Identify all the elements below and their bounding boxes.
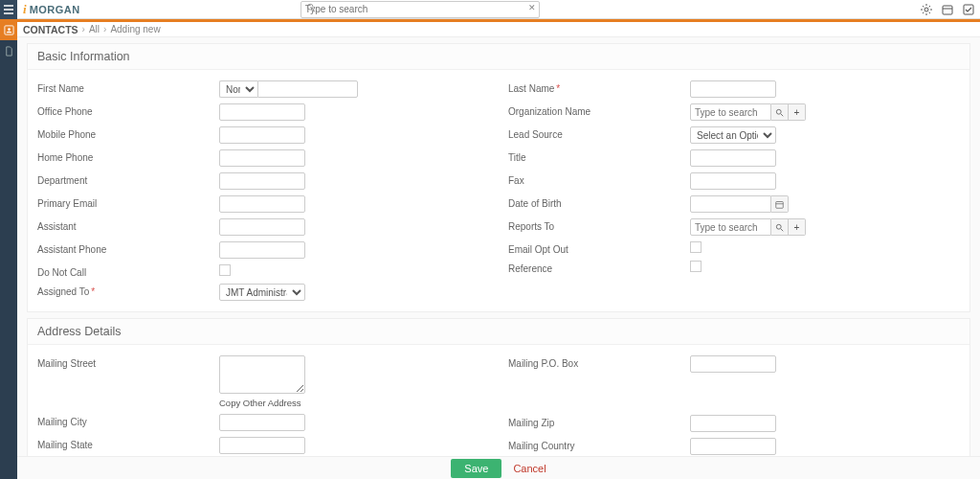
reports-to-input[interactable] [690, 218, 771, 236]
main: i MORGAN ✕ [17, 0, 980, 479]
reference-checkbox[interactable] [690, 261, 702, 272]
mailing-state-label: Mailing State [28, 437, 219, 450]
lead-source-label: Lead Source [499, 126, 690, 140]
basic-info-title: Basic Information [28, 44, 969, 70]
office-phone-label: Office Phone [28, 103, 219, 117]
cancel-button[interactable]: Cancel [513, 463, 546, 474]
title-input[interactable] [690, 149, 776, 167]
home-phone-label: Home Phone [28, 149, 219, 163]
address-title: Address Details [28, 319, 969, 345]
org-add-button[interactable]: + [789, 103, 806, 121]
first-name-input[interactable] [257, 80, 358, 98]
gear-icon[interactable] [921, 4, 932, 15]
mailing-city-input[interactable] [219, 414, 305, 431]
calendar-icon[interactable] [942, 4, 953, 15]
assistant-input[interactable] [219, 218, 305, 236]
chevron-right-icon: › [103, 24, 106, 34]
mobile-phone-input[interactable] [219, 126, 305, 144]
primary-email-label: Primary Email [28, 195, 219, 209]
logo: i MORGAN [23, 2, 80, 17]
assistant-phone-label: Assistant Phone [28, 241, 219, 255]
search-input[interactable] [301, 1, 540, 18]
org-search-button[interactable] [771, 103, 789, 121]
assistant-label: Assistant [28, 218, 219, 232]
reference-label: Reference [499, 261, 690, 274]
form-footer: Save Cancel [17, 456, 980, 479]
svg-point-1 [8, 28, 11, 31]
mailing-country-input[interactable] [690, 438, 776, 455]
chevron-right-icon: › [82, 24, 85, 34]
assistant-phone-input[interactable] [219, 241, 305, 259]
mobile-phone-label: Mobile Phone [28, 126, 219, 140]
basic-info-block: Basic Information First Name None Office… [27, 43, 970, 312]
topbar-actions [921, 4, 974, 15]
mailing-state-input[interactable] [219, 437, 305, 454]
copy-other-address-link[interactable]: Copy Other Address [219, 398, 301, 408]
last-name-label: Last Name* [499, 80, 690, 94]
svg-point-8 [776, 224, 781, 229]
do-not-call-label: Do Not Call [28, 264, 219, 278]
assigned-to-select[interactable]: JMT Administrator [219, 284, 305, 301]
salutation-select[interactable]: None [219, 80, 257, 98]
first-name-label: First Name [28, 80, 219, 94]
dob-calendar-button[interactable] [771, 195, 789, 213]
dob-label: Date of Birth [499, 195, 690, 209]
clear-icon[interactable]: ✕ [528, 3, 536, 12]
org-name-label: Organization Name [499, 103, 690, 117]
svg-rect-7 [776, 201, 784, 208]
lead-source-select[interactable]: Select an Option [690, 126, 776, 144]
save-button[interactable]: Save [451, 459, 501, 478]
do-not-call-checkbox[interactable] [219, 264, 231, 276]
svg-rect-4 [943, 6, 952, 14]
sidebar-item-contacts[interactable] [0, 19, 17, 40]
office-phone-input[interactable] [219, 103, 305, 121]
sidebar-item-documents[interactable] [0, 40, 17, 61]
assigned-to-label: Assigned To* [28, 284, 219, 297]
mailing-po-input[interactable] [690, 355, 776, 373]
logo-prefix: i [23, 2, 27, 17]
mailing-zip-input[interactable] [690, 415, 776, 432]
svg-point-2 [307, 4, 313, 10]
fax-input[interactable] [690, 172, 776, 190]
department-label: Department [28, 172, 219, 186]
org-name-input[interactable] [690, 103, 771, 121]
dob-input[interactable] [690, 195, 771, 213]
reports-to-add-button[interactable]: + [789, 218, 806, 236]
primary-email-input[interactable] [219, 195, 305, 213]
breadcrumb-level2: Adding new [110, 24, 160, 34]
fax-label: Fax [499, 172, 690, 186]
menu-toggle[interactable] [0, 0, 17, 19]
email-opt-out-label: Email Opt Out [499, 241, 690, 255]
topbar: i MORGAN ✕ [17, 0, 980, 19]
svg-point-6 [776, 109, 781, 114]
svg-rect-5 [964, 5, 973, 14]
title-label: Title [499, 149, 690, 163]
home-phone-input[interactable] [219, 149, 305, 167]
mailing-street-input[interactable] [219, 355, 305, 394]
mailing-city-label: Mailing City [28, 414, 219, 427]
sidebar [0, 0, 17, 479]
breadcrumb-level1[interactable]: All [89, 24, 100, 34]
content: Basic Information First Name None Office… [17, 37, 980, 479]
global-search: ✕ [301, 1, 540, 18]
logo-text: MORGAN [30, 4, 80, 15]
mailing-country-label: Mailing Country [499, 438, 690, 451]
mailing-street-label: Mailing Street [28, 355, 219, 369]
last-name-input[interactable] [690, 80, 776, 98]
svg-point-3 [924, 8, 928, 11]
address-block: Address Details Mailing Street Copy Othe… [27, 318, 970, 467]
mailing-zip-label: Mailing Zip [499, 415, 690, 428]
breadcrumb-module[interactable]: CONTACTS [23, 24, 78, 35]
reports-to-search-button[interactable] [771, 218, 789, 236]
search-icon [306, 3, 316, 12]
breadcrumb: CONTACTS › All › Adding new [17, 22, 980, 37]
department-input[interactable] [219, 172, 305, 190]
app-root: i MORGAN ✕ [0, 0, 980, 479]
mailing-po-label: Mailing P.O. Box [499, 355, 690, 369]
task-icon[interactable] [963, 4, 974, 15]
reports-to-label: Reports To [499, 218, 690, 232]
email-opt-out-checkbox[interactable] [690, 241, 702, 253]
